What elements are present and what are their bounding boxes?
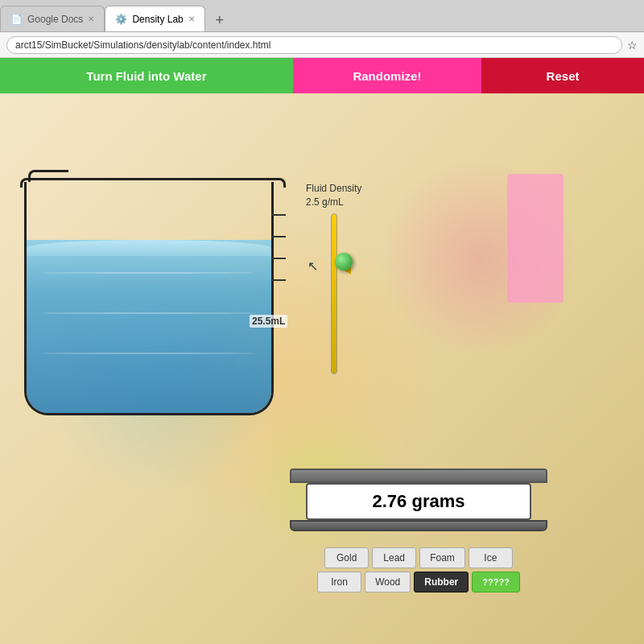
close-density-lab-icon[interactable]: ✕ — [188, 14, 195, 23]
scale-base — [290, 520, 547, 531]
sim-area: 25.5mL Fluid Density 2.5 g/mL ↖ — [0, 93, 644, 644]
tab-bar: 📄 Google Docs ✕ ⚙️ Density Lab ✕ + — [0, 0, 644, 32]
reset-label: Reset — [547, 69, 580, 83]
beaker-spout — [28, 170, 68, 182]
mark-1 — [271, 214, 286, 216]
foam-label: Foam — [430, 552, 455, 564]
material-wood-button[interactable]: Wood — [365, 572, 411, 592]
water-ripple-1 — [43, 272, 255, 274]
weight-display: 2.76 grams — [306, 483, 531, 520]
beaker-measurement-marks — [271, 214, 286, 281]
tab-google-docs-label: Google Docs — [27, 14, 83, 25]
scale-surface — [290, 469, 547, 483]
wood-label: Wood — [375, 576, 400, 588]
water-ripple-3 — [43, 353, 255, 354]
mark-line-3 — [271, 258, 286, 259]
randomize-button[interactable]: Randomize! — [293, 58, 481, 93]
material-foam-button[interactable]: Foam — [419, 547, 465, 568]
reset-button[interactable]: Reset — [481, 58, 644, 93]
cursor-indicator: ↖ — [308, 258, 317, 273]
mark-line-4 — [271, 279, 286, 281]
browser-frame: 📄 Google Docs ✕ ⚙️ Density Lab ✕ + ☆ Tur… — [0, 0, 644, 644]
volume-label: 25.5mL — [250, 315, 287, 328]
unknown-label: ????? — [482, 577, 510, 587]
material-rubber-button[interactable]: Rubber — [414, 572, 469, 592]
ice-label: Ice — [484, 552, 497, 564]
tab-google-docs[interactable]: 📄 Google Docs ✕ — [0, 6, 105, 31]
sim-toolbar: Turn Fluid into Water Randomize! Reset — [0, 58, 644, 93]
water-surface — [27, 240, 271, 256]
lead-label: Lead — [383, 552, 405, 564]
material-unknown-button[interactable]: ????? — [472, 572, 520, 592]
rubber-label: Rubber — [424, 576, 458, 588]
material-gold-button[interactable]: Gold — [324, 547, 369, 568]
mark-4 — [271, 279, 286, 281]
mark-3 — [271, 258, 286, 259]
tab-density-lab-label: Density Lab — [132, 14, 183, 25]
new-tab-button[interactable]: + — [208, 9, 231, 31]
iron-label: Iron — [331, 576, 348, 588]
material-iron-button[interactable]: Iron — [317, 572, 361, 592]
beaker: 25.5mL — [16, 166, 290, 423]
density-slider-track[interactable] — [331, 213, 337, 374]
density-bar — [507, 174, 564, 303]
water-ripple-2 — [43, 312, 255, 314]
turn-fluid-label: Turn Fluid into Water — [86, 69, 206, 83]
simulation-container: Turn Fluid into Water Randomize! Reset — [0, 58, 644, 644]
beaker-body — [24, 182, 274, 415]
mark-line-1 — [271, 214, 286, 216]
tab-density-lab[interactable]: ⚙️ Density Lab ✕ — [105, 6, 204, 31]
turn-fluid-button[interactable]: Turn Fluid into Water — [0, 58, 293, 93]
density-label: Fluid Density 2.5 g/mL — [306, 182, 361, 209]
material-lead-button[interactable]: Lead — [372, 547, 416, 568]
material-ice-button[interactable]: Ice — [469, 547, 513, 568]
materials-row-1: Gold Lead Foam Ice — [286, 547, 551, 568]
fluid-density-text: Fluid Density — [306, 183, 361, 194]
mark-line-2 — [271, 236, 286, 237]
materials-grid: Gold Lead Foam Ice Iron — [286, 547, 551, 596]
gold-label: Gold — [336, 552, 357, 564]
fluid-density-value: 2.5 g/mL — [306, 196, 344, 208]
randomize-label: Randomize! — [353, 69, 421, 83]
density-ball[interactable] — [335, 253, 353, 270]
address-input[interactable] — [6, 36, 622, 54]
close-google-docs-icon[interactable]: ✕ — [88, 14, 94, 23]
scale-platform: 2.76 grams — [290, 469, 547, 531]
gear-icon: ⚙️ — [115, 14, 127, 25]
density-scale: Fluid Density 2.5 g/mL — [306, 182, 361, 374]
address-bar: ☆ — [0, 32, 644, 58]
beaker-water — [27, 240, 271, 413]
bookmark-icon[interactable]: ☆ — [627, 39, 638, 52]
materials-row-2: Iron Wood Rubber ????? — [286, 572, 551, 592]
mark-2 — [271, 236, 286, 237]
docs-icon: 📄 — [10, 14, 23, 25]
